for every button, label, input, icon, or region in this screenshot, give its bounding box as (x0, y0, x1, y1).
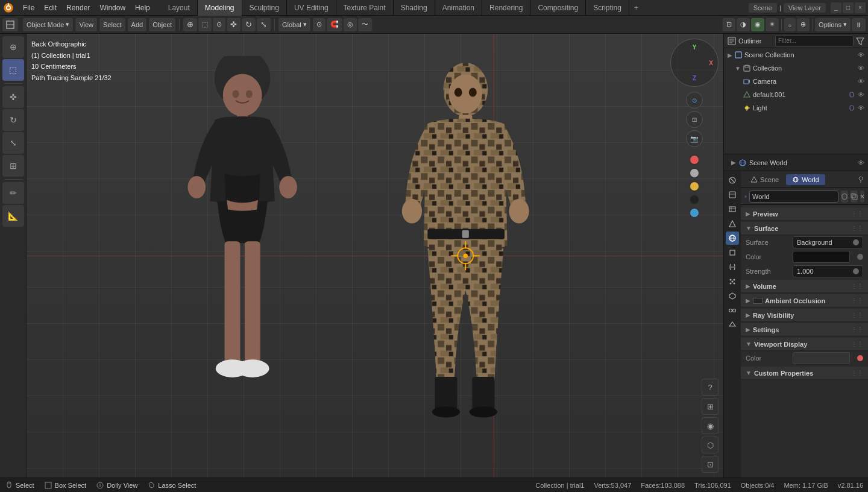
select-menu[interactable]: Select (99, 18, 125, 31)
modifier-props-icon[interactable] (726, 260, 739, 274)
transform-rotate-btn[interactable]: ↻ (242, 18, 256, 31)
props-pin-icon[interactable] (857, 176, 864, 183)
tab-animation[interactable]: Animation (435, 0, 482, 16)
viewport-shading-rendered[interactable]: ☀ (766, 18, 779, 31)
viewport-shading-wireframe[interactable]: ⊡ (723, 18, 735, 31)
axis-x-label[interactable]: X (709, 60, 713, 66)
viewport-shading-material[interactable]: ◉ (751, 18, 764, 31)
menu-window[interactable]: Window (95, 2, 130, 13)
viewport-viewport-btn[interactable]: ⊡ (702, 456, 719, 473)
view-layer-props-icon[interactable] (726, 203, 739, 216)
object-props-icon[interactable] (726, 246, 739, 259)
world-close-icon[interactable]: × (860, 191, 864, 203)
volume-section-header[interactable]: ▶ Volume ⋮⋮ (741, 280, 868, 293)
tab-scripting[interactable]: Scripting (586, 0, 629, 16)
viewport-z-axis-dot[interactable] (689, 181, 700, 192)
particles-props-icon[interactable] (726, 275, 739, 288)
volume-dot-menu[interactable]: ⋮⋮ (851, 283, 863, 289)
axis-y-label[interactable]: Y (693, 44, 697, 51)
tab-rendering[interactable]: Rendering (482, 0, 530, 16)
viewport-shading-solid[interactable]: ◑ (737, 18, 750, 31)
snap-btn[interactable]: 🧲 (327, 18, 342, 31)
world-shield-icon[interactable] (841, 191, 848, 203)
world-tab[interactable]: World (786, 174, 825, 185)
tab-shading[interactable]: Shading (394, 0, 435, 16)
world-props-icon[interactable] (726, 232, 739, 245)
physics-props-icon[interactable] (726, 289, 739, 303)
proportional-btn[interactable]: ◎ (344, 18, 357, 31)
tool-annotate[interactable]: ✏ (2, 182, 24, 204)
outliner-collection[interactable]: ▼ Collection 👁 (731, 62, 868, 75)
light-eye[interactable]: 👁 (858, 104, 864, 112)
outliner-filter-input[interactable] (775, 36, 854, 46)
tool-rotate[interactable]: ↻ (2, 109, 24, 131)
ao-dot-menu[interactable]: ⋮⋮ (851, 297, 863, 304)
socket-dot[interactable] (853, 239, 859, 245)
viewport-camera-btn[interactable]: 📷 (686, 130, 703, 147)
tool-scale[interactable]: ⤡ (2, 132, 24, 154)
outliner-scene-collection[interactable]: ▶ Scene Collection 👁 (724, 48, 868, 62)
viewport-render-btn[interactable]: ◉ (702, 417, 719, 434)
outliner-light[interactable]: Light 👁 (724, 101, 868, 115)
scene-selector[interactable]: Scene (749, 3, 777, 13)
transform-select-btn[interactable]: ⬚ (198, 18, 212, 31)
viewport-zoom-in[interactable]: ? (702, 379, 719, 396)
viewport-canvas[interactable]: Back Orthographic (1) Collection | trial… (27, 34, 723, 478)
tab-sculpting[interactable]: Sculpting (242, 0, 287, 16)
camera-eye[interactable]: 👁 (858, 78, 864, 85)
view-menu[interactable]: View (75, 18, 97, 31)
viewport-x-axis-dot[interactable] (689, 154, 700, 165)
viewport-origin-dot[interactable] (689, 194, 700, 205)
transform-lasso-btn[interactable]: ⊙ (213, 18, 225, 31)
gizmo-circle[interactable]: X Y Z (670, 39, 719, 87)
viewport-ortho-btn[interactable]: ⊡ (686, 111, 703, 128)
constraints-props-icon[interactable] (726, 304, 739, 317)
settings-section-header[interactable]: ▶ Settings ⋮⋮ (741, 323, 868, 336)
surface-type-value[interactable]: Background (793, 236, 863, 248)
add-menu[interactable]: Add (128, 18, 147, 31)
color-socket-dot[interactable] (857, 254, 863, 260)
custom-props-header[interactable]: ▼ Custom Properties ⋮⋮ (741, 367, 868, 380)
strength-socket-dot[interactable] (853, 268, 859, 274)
data-props-icon[interactable] (726, 318, 739, 332)
transform-space-dropdown[interactable]: Global ▾ (278, 18, 310, 31)
viewport-gizmo[interactable]: X Y Z (670, 39, 719, 87)
output-props-icon[interactable] (726, 188, 739, 201)
preview-section-header[interactable]: ▶ Preview ⋮⋮ (741, 207, 868, 221)
tool-cursor[interactable]: ⊕ (2, 36, 24, 58)
falloff-btn[interactable]: 〜 (358, 18, 372, 31)
ray-vis-dot-menu[interactable]: ⋮⋮ (851, 312, 863, 318)
gizmo-btn[interactable]: ⊕ (797, 18, 810, 31)
tool-measure[interactable]: 📐 (2, 205, 24, 227)
surface-section-header[interactable]: ▼ Surface ⋮⋮ (741, 222, 868, 235)
ao-checkbox[interactable] (753, 298, 763, 304)
preview-dot-menu[interactable]: ⋮⋮ (851, 210, 863, 217)
viewport-blue-dot[interactable] (689, 207, 700, 218)
tool-move[interactable]: ✜ (2, 86, 24, 108)
surface-strength-value[interactable]: 1.000 (793, 265, 863, 277)
scene-tab[interactable]: Scene (744, 174, 785, 185)
menu-help[interactable]: Help (130, 2, 155, 13)
tab-texture-paint[interactable]: Texture Paint (336, 0, 394, 16)
menu-render[interactable]: Render (61, 2, 95, 13)
tool-transform[interactable]: ⊞ (2, 155, 24, 177)
transform-scale-btn[interactable]: ⤡ (257, 18, 271, 31)
tab-uv-editing[interactable]: UV Editing (287, 0, 336, 16)
viewport-color-dot[interactable] (857, 355, 863, 361)
tab-layout[interactable]: Layout (161, 0, 198, 16)
menu-edit[interactable]: Edit (39, 2, 61, 13)
object-menu[interactable]: Object (149, 18, 175, 31)
ao-section-header[interactable]: ▶ Ambient Occlusion ⋮⋮ (741, 294, 868, 308)
viewport-display-dot-menu[interactable]: ⋮⋮ (851, 341, 863, 347)
viewport-display-color-swatch[interactable] (793, 352, 850, 364)
scene-props-icon[interactable] (726, 217, 739, 230)
pause-btn[interactable]: ⏸ (852, 18, 866, 31)
ray-vis-section-header[interactable]: ▶ Ray Visibility ⋮⋮ (741, 309, 868, 322)
surface-color-swatch[interactable] (793, 251, 850, 263)
overlay-btn[interactable]: ⬦ (784, 18, 796, 31)
viewport-y-axis-dot[interactable] (689, 168, 700, 178)
collection-eye[interactable]: 👁 (858, 65, 864, 72)
window-close[interactable]: × (855, 2, 866, 13)
blender-logo[interactable] (2, 2, 14, 14)
menu-file[interactable]: File (18, 2, 39, 13)
